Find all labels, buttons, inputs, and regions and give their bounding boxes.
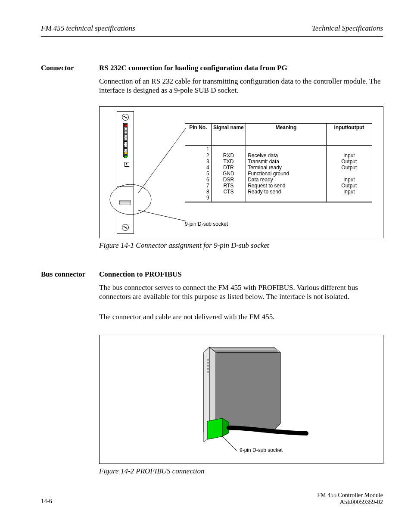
switch [125,162,129,167]
v: RTS [224,183,234,189]
v: TXD [223,159,234,165]
figure-2-caption: Figure 14-2 PROFIBUS connection [99,467,204,476]
v: 2 [206,152,209,159]
figure-1-caption: Figure 14-1 Connector assignment for 9-p… [99,241,269,250]
v: Ready to send [248,189,281,195]
footer-page-num: 14-6 [41,498,52,505]
v: 7 [206,183,209,189]
figure-2: 9-pin D-sub socket [99,335,383,464]
v: 1 [206,146,209,152]
v: Output [341,159,357,165]
section-body: Connection of an RS 232 cable for transm… [99,77,383,95]
led-3 [124,131,127,134]
figure-1: Pin No. Signal name Meaning Input/output… [99,106,383,238]
footer-doc-title: FM 455 Controller Module A5E00059359-02 [317,492,383,506]
v: 9 [206,195,209,201]
section-note-2: The connector and cable are not delivere… [99,312,383,321]
pin-label: 9-pin D-sub socket [185,221,228,227]
v: 8 [206,189,209,195]
led-8 [124,148,127,151]
section-title-2: Connection to PROFIBUS [99,270,182,279]
v: Transmit data [248,159,279,165]
th-pin: Pin No. [185,124,212,146]
footer-line2: A5E00059359-02 [340,499,383,505]
v: Output [341,183,357,189]
led-9 [124,152,127,155]
connector-label: 9-pin D-sub socket [240,447,283,453]
v: DSR [223,177,234,183]
th-meaning: Meaning [246,124,327,146]
isometric-module [164,344,328,460]
led-10 [124,155,127,158]
running-header-right: Technical Specifications [312,24,383,33]
v: Functional ground [248,171,289,177]
svg-marker-17 [207,418,222,439]
v: CTS [223,189,234,195]
footer-line1: FM 455 Controller Module [317,492,383,498]
led-strip [123,123,128,157]
section-body-2: The bus connector serves to connect the … [99,283,383,302]
th-signal: Signal name [211,124,246,146]
led-6 [124,141,127,144]
svg-rect-10 [207,359,209,361]
svg-rect-14 [207,371,209,373]
header-rule [41,36,383,37]
led-5 [124,138,127,141]
svg-rect-13 [207,368,209,370]
v: Data ready [248,177,273,183]
running-header-left: FM 455 technical specifications [41,24,135,33]
svg-line-1 [138,128,186,193]
v: 6 [206,177,209,183]
svg-line-18 [222,436,237,451]
led-2 [124,128,127,131]
svg-marker-3 [216,352,280,430]
v: 4 [206,165,209,171]
svg-rect-12 [207,365,209,367]
th-io: Input/output [326,124,372,146]
cell-meaning: Receive data Transmit data Terminal read… [246,146,327,202]
v: DTR [223,165,234,171]
cell-pin: 1 2 3 4 5 6 7 8 9 [185,146,212,202]
v: Receive data [248,152,278,159]
v: Request to send [248,183,285,189]
v: GND [223,171,234,177]
v: Input [343,152,355,159]
screw-bottom [122,224,129,231]
cell-io: Input Output Output Input Output Input [326,146,372,202]
v: 5 [206,171,209,177]
section-label-2: Bus connector [41,270,90,279]
connector-spec-table: Pin No. Signal name Meaning Input/output… [185,123,372,202]
svg-line-2 [138,210,186,221]
v: Terminal ready [248,165,282,171]
led-7 [124,145,127,148]
screw-top [122,114,129,121]
cell-signal: RXD TXD DTR GND DSR RTS CTS [211,146,246,202]
v: Input [343,177,355,183]
led-4 [124,134,127,137]
section-title: RS 232C connection for loading configura… [99,64,287,72]
v: RXD [223,152,234,159]
svg-rect-11 [207,362,209,364]
v: Output [341,165,357,171]
v: Input [343,189,355,195]
section-label: Connector [41,64,90,72]
v: 3 [206,159,209,165]
page: FM 455 technical specifications Technica… [0,0,411,532]
led-1 [124,124,127,127]
